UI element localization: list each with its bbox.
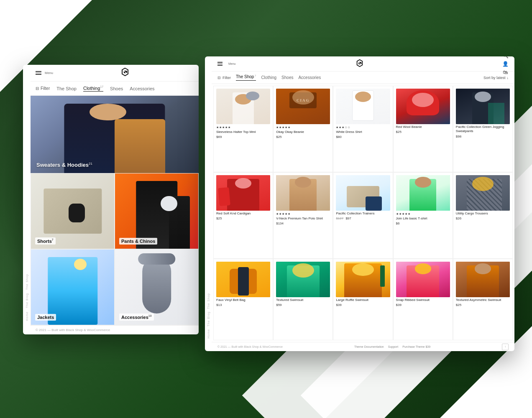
product-name-11: Faux Vinyl Belt Bag xyxy=(216,298,270,302)
right-logo xyxy=(356,59,364,69)
product-price-15: $25 xyxy=(456,303,510,307)
left-nav-clothing[interactable]: Clothing17 xyxy=(83,85,103,92)
user-icon[interactable]: 👤 xyxy=(502,61,509,67)
product-card-2[interactable]: CIAG ★★★★★ Okay Okay Beanie $25 xyxy=(273,86,333,172)
product-price-12: $59 xyxy=(276,303,330,307)
right-nav-links: The Shop 7 Clothing Shoes Accessories xyxy=(236,74,321,80)
left-cat-shorts[interactable]: Shorts7 xyxy=(31,173,115,249)
left-nav-shoes[interactable]: Shoes xyxy=(110,86,123,91)
left-nav-the-shop[interactable]: The Shop xyxy=(56,86,77,91)
right-nav-accessories[interactable]: Accessories xyxy=(298,75,321,80)
scroll-to-top-button[interactable]: ↑ xyxy=(502,344,509,350)
left-sidebar: The Shop The Blog Home xyxy=(23,82,31,325)
left-hero-label: Sweaters & Hoodies21 xyxy=(36,162,92,168)
footer-theme-docs[interactable]: Theme Documentation xyxy=(354,345,384,348)
right-sidebar-blog: The Blog xyxy=(207,311,210,326)
left-footer: © 2021 — Built with Black Shop & WooComm… xyxy=(31,325,199,334)
product-card-11[interactable]: Faux Vinyl Belt Bag $13 xyxy=(213,259,273,340)
product-name-7: V-Neck Premium Tan Polo Shirt xyxy=(276,217,330,221)
product-name-1: Sleeveless Halter Top Mml xyxy=(216,130,270,134)
product-card-5[interactable]: Pacific Collection Green Jogging Sweatpa… xyxy=(453,86,513,172)
product-card-3[interactable]: ★★★☆☆ White Dress Shirt $80 xyxy=(333,86,393,172)
product-card-13[interactable]: Large Ruffle Swimsuit $39 xyxy=(333,259,393,340)
product-price-10: $26 xyxy=(456,217,510,220)
product-name-6: Red Soft Knd Cardigan xyxy=(216,212,270,216)
left-window: The Shop The Blog Home Menu ⊟ Filter xyxy=(23,65,199,334)
right-window: The Shop The Blog Home Menu xyxy=(205,56,514,351)
footer-links: Theme Documentation Support Purchase The… xyxy=(354,345,430,348)
product-price-6: $25 xyxy=(216,217,270,220)
product-price-8: $127 $97 xyxy=(336,217,390,220)
product-card-10[interactable]: Utility Cargo Trousers $26 xyxy=(453,172,513,259)
left-pants-label: Pants & Chinos xyxy=(119,238,157,245)
right-sidebar-home: Home xyxy=(207,329,210,339)
left-shorts-label: Shorts7 xyxy=(35,237,56,245)
right-nav-clothing[interactable]: Clothing xyxy=(261,75,276,80)
product-price-9: $6 xyxy=(396,222,450,225)
left-sidebar-home: Home xyxy=(26,311,28,321)
right-footer: © 2021 — Built with Black Shop & WooComm… xyxy=(212,342,514,351)
product-name-2: Okay Okay Beanie xyxy=(276,130,330,134)
right-sidebar-shop: The Shop xyxy=(207,293,210,309)
product-grid: ★★★★★ Sleeveless Halter Top Mml $69 CIAG… xyxy=(212,84,514,342)
left-logo xyxy=(120,67,130,79)
right-win-header: Menu 🔍 👤 🛍 xyxy=(212,56,514,71)
product-price-1: $69 xyxy=(216,135,270,139)
product-stars-2: ★★★★★ xyxy=(276,126,330,129)
product-stars-9: ★★★★★ xyxy=(396,212,450,216)
product-price-11: $13 xyxy=(216,303,270,307)
left-win-header: Menu xyxy=(31,65,199,82)
left-sidebar-shop: The Shop xyxy=(26,274,28,290)
right-nav: ⊟ Filter The Shop 7 Clothing Shoes Acces… xyxy=(212,71,514,84)
product-price-5: $98 xyxy=(456,135,510,138)
product-card-8[interactable]: SALE Pacific Collection Trainers $127 $9… xyxy=(333,172,393,259)
product-name-13: Large Ruffle Swimsuit xyxy=(336,298,390,302)
product-card-7[interactable]: ★★★★★ V-Neck Premium Tan Polo Shirt $134 xyxy=(273,172,333,259)
left-filter-button[interactable]: ⊟ Filter xyxy=(36,86,50,91)
product-stars-1: ★★★★★ xyxy=(216,126,270,129)
left-cat-jackets[interactable]: Jackets xyxy=(31,249,115,325)
product-price-14: $39 xyxy=(396,303,450,307)
right-menu-area: Menu xyxy=(217,62,236,66)
left-nav-links: The Shop Clothing17 Shoes Accessories xyxy=(56,85,154,92)
right-sidebar: The Shop The Blog Home xyxy=(205,71,212,342)
product-card-1[interactable]: ★★★★★ Sleeveless Halter Top Mml $69 xyxy=(213,86,273,172)
left-nav: ⊟ Filter The Shop Clothing17 Shoes Acces… xyxy=(31,82,199,96)
product-name-5: Pacific Collection Green Jogging Sweatpa… xyxy=(456,125,510,134)
left-cat-accessories[interactable]: Accessories10 xyxy=(115,249,199,325)
product-name-12: Textured Swimsuit xyxy=(276,298,330,302)
product-price-13: $39 xyxy=(336,303,390,307)
left-category-grid: Shorts7 Pants & Chinos xyxy=(31,173,199,325)
product-card-15[interactable]: Textured Asymmetric Swimsuit $25 xyxy=(453,259,513,340)
product-price-3: $80 xyxy=(336,135,390,139)
left-menu-button[interactable] xyxy=(36,71,41,75)
left-menu-label: Menu xyxy=(45,71,53,75)
product-card-14[interactable]: Snap Ribbed Swimsuit $39 xyxy=(393,259,453,340)
left-cat-pants[interactable]: Pants & Chinos xyxy=(115,173,199,249)
left-accessories-label: Accessories10 xyxy=(119,314,154,321)
right-filter-button[interactable]: ⊟ Filter xyxy=(217,76,231,80)
product-card-4[interactable]: Red Wool Beanie $25 xyxy=(393,86,453,172)
footer-support[interactable]: Support xyxy=(388,345,399,348)
product-name-3: White Dress Shirt xyxy=(336,130,390,134)
product-name-8: Pacific Collection Trainers xyxy=(336,212,390,216)
product-card-6[interactable]: Red Soft Knd Cardigan $25 xyxy=(213,172,273,259)
product-name-10: Utility Cargo Trousers xyxy=(456,212,510,216)
right-menu-label: Menu xyxy=(228,62,236,65)
footer-purchase[interactable]: Purchase Theme $39 xyxy=(402,345,430,348)
product-name-4: Red Wool Beanie xyxy=(396,125,450,129)
left-hero-image: Sweaters & Hoodies21 xyxy=(31,96,199,173)
product-card-9[interactable]: ★★★★★ Join Life basic T-shirt $6 xyxy=(393,172,453,259)
right-nav-shoes[interactable]: Shoes xyxy=(281,75,293,80)
left-nav-accessories[interactable]: Accessories xyxy=(130,86,154,91)
product-name-9: Join Life basic T-shirt xyxy=(396,217,450,221)
right-menu-button[interactable] xyxy=(217,62,223,66)
sort-button[interactable]: Sort by latest ↓ xyxy=(483,76,509,80)
right-nav-the-shop[interactable]: The Shop 7 xyxy=(236,74,256,80)
product-name-15: Textured Asymmetric Swimsuit xyxy=(456,298,510,302)
left-jackets-label: Jackets xyxy=(35,314,56,321)
search-icon[interactable]: 🔍 xyxy=(502,56,509,59)
product-card-12[interactable]: Textured Swimsuit $59 xyxy=(273,259,333,340)
product-price-7: $134 xyxy=(276,222,330,225)
product-price-4: $25 xyxy=(396,130,450,134)
